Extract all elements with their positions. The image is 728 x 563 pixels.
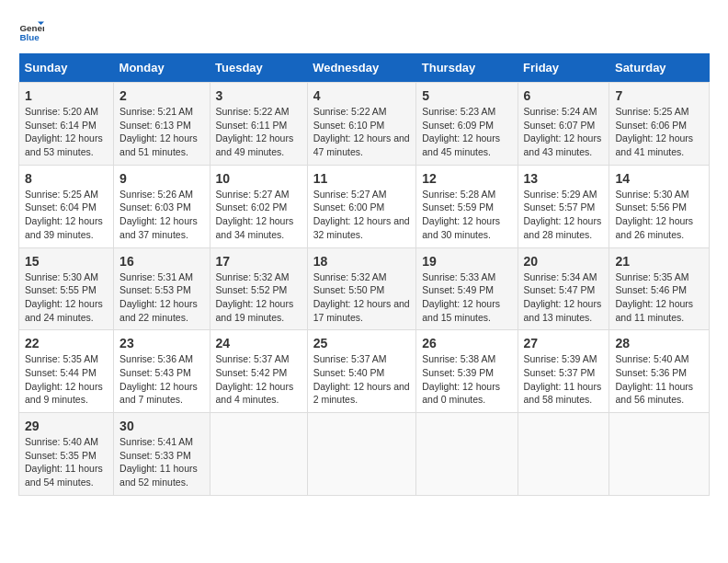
calendar-cell: 26 Sunrise: 5:38 AM Sunset: 5:39 PM Dayl…: [416, 330, 518, 413]
calendar-cell: 5 Sunrise: 5:23 AM Sunset: 6:09 PM Dayli…: [416, 83, 518, 166]
calendar-cell: [210, 413, 307, 496]
logo: General Blue: [18, 18, 48, 44]
day-info: Sunrise: 5:38 AM Sunset: 5:39 PM Dayligh…: [422, 352, 511, 407]
calendar-cell: 29 Sunrise: 5:40 AM Sunset: 5:35 PM Dayl…: [19, 413, 114, 496]
day-number: 25: [313, 336, 411, 350]
header-sunday: Sunday: [19, 53, 114, 83]
day-number: 26: [422, 336, 511, 350]
calendar-cell: 4 Sunrise: 5:22 AM Sunset: 6:10 PM Dayli…: [307, 83, 416, 166]
calendar-cell: 6 Sunrise: 5:24 AM Sunset: 6:07 PM Dayli…: [518, 83, 609, 166]
calendar-cell: 1 Sunrise: 5:20 AM Sunset: 6:14 PM Dayli…: [19, 83, 114, 166]
calendar-cell: 24 Sunrise: 5:37 AM Sunset: 5:42 PM Dayl…: [210, 330, 307, 413]
day-number: 30: [119, 419, 203, 433]
day-number: 1: [25, 88, 108, 103]
calendar-week-row: 15 Sunrise: 5:30 AM Sunset: 5:55 PM Dayl…: [19, 247, 710, 330]
day-info: Sunrise: 5:23 AM Sunset: 6:09 PM Dayligh…: [422, 105, 511, 159]
calendar-cell: 8 Sunrise: 5:25 AM Sunset: 6:04 PM Dayli…: [19, 165, 114, 247]
day-info: Sunrise: 5:39 AM Sunset: 5:37 PM Dayligh…: [524, 352, 604, 407]
day-info: Sunrise: 5:20 AM Sunset: 6:14 PM Dayligh…: [25, 105, 108, 159]
calendar-cell: [518, 413, 609, 496]
header-tuesday: Tuesday: [210, 53, 307, 83]
day-number: 19: [422, 254, 511, 269]
day-number: 17: [216, 254, 301, 269]
day-info: Sunrise: 5:32 AM Sunset: 5:52 PM Dayligh…: [216, 270, 301, 325]
day-info: Sunrise: 5:36 AM Sunset: 5:43 PM Dayligh…: [119, 352, 203, 407]
day-info: Sunrise: 5:21 AM Sunset: 6:13 PM Dayligh…: [119, 105, 203, 159]
header-wednesday: Wednesday: [307, 53, 416, 83]
day-number: 8: [25, 171, 108, 186]
calendar-cell: 7 Sunrise: 5:25 AM Sunset: 6:06 PM Dayli…: [609, 83, 710, 166]
calendar-cell: 2 Sunrise: 5:21 AM Sunset: 6:13 PM Dayli…: [114, 83, 210, 166]
calendar-table: SundayMondayTuesdayWednesdayThursdayFrid…: [18, 53, 710, 496]
day-info: Sunrise: 5:40 AM Sunset: 5:35 PM Dayligh…: [25, 435, 108, 489]
header-monday: Monday: [114, 53, 210, 83]
calendar-cell: 28 Sunrise: 5:40 AM Sunset: 5:36 PM Dayl…: [609, 330, 710, 413]
day-number: 3: [216, 88, 301, 103]
calendar-cell: 22 Sunrise: 5:35 AM Sunset: 5:44 PM Dayl…: [19, 330, 114, 413]
day-info: Sunrise: 5:27 AM Sunset: 6:02 PM Dayligh…: [216, 188, 301, 242]
day-number: 10: [216, 171, 301, 186]
day-number: 20: [524, 254, 604, 269]
day-info: Sunrise: 5:37 AM Sunset: 5:42 PM Dayligh…: [216, 352, 301, 407]
day-number: 21: [615, 254, 703, 269]
calendar-cell: 3 Sunrise: 5:22 AM Sunset: 6:11 PM Dayli…: [210, 83, 307, 166]
calendar-cell: 15 Sunrise: 5:30 AM Sunset: 5:55 PM Dayl…: [19, 247, 114, 330]
calendar-cell: 9 Sunrise: 5:26 AM Sunset: 6:03 PM Dayli…: [114, 165, 210, 247]
day-number: 28: [615, 336, 703, 350]
header-friday: Friday: [518, 53, 609, 83]
day-info: Sunrise: 5:35 AM Sunset: 5:46 PM Dayligh…: [615, 270, 703, 325]
calendar-cell: 20 Sunrise: 5:34 AM Sunset: 5:47 PM Dayl…: [518, 247, 609, 330]
day-number: 6: [524, 88, 604, 103]
day-info: Sunrise: 5:22 AM Sunset: 6:11 PM Dayligh…: [216, 105, 301, 159]
day-info: Sunrise: 5:28 AM Sunset: 5:59 PM Dayligh…: [422, 188, 511, 242]
calendar-cell: 19 Sunrise: 5:33 AM Sunset: 5:49 PM Dayl…: [416, 247, 518, 330]
day-info: Sunrise: 5:41 AM Sunset: 5:33 PM Dayligh…: [119, 435, 203, 489]
day-number: 7: [615, 88, 703, 103]
calendar-week-row: 22 Sunrise: 5:35 AM Sunset: 5:44 PM Dayl…: [19, 330, 710, 413]
calendar-cell: 23 Sunrise: 5:36 AM Sunset: 5:43 PM Dayl…: [114, 330, 210, 413]
calendar-cell: 25 Sunrise: 5:37 AM Sunset: 5:40 PM Dayl…: [307, 330, 416, 413]
calendar-header-row: SundayMondayTuesdayWednesdayThursdayFrid…: [19, 53, 710, 83]
day-number: 13: [524, 171, 604, 186]
calendar-week-row: 8 Sunrise: 5:25 AM Sunset: 6:04 PM Dayli…: [19, 165, 710, 247]
day-number: 29: [25, 419, 108, 433]
calendar-cell: 11 Sunrise: 5:27 AM Sunset: 6:00 PM Dayl…: [307, 165, 416, 247]
day-number: 4: [313, 88, 411, 103]
calendar-cell: 18 Sunrise: 5:32 AM Sunset: 5:50 PM Dayl…: [307, 247, 416, 330]
day-number: 12: [422, 171, 511, 186]
calendar-cell: 13 Sunrise: 5:29 AM Sunset: 5:57 PM Dayl…: [518, 165, 609, 247]
calendar-cell: 21 Sunrise: 5:35 AM Sunset: 5:46 PM Dayl…: [609, 247, 710, 330]
day-info: Sunrise: 5:31 AM Sunset: 5:53 PM Dayligh…: [119, 270, 203, 325]
day-number: 27: [524, 336, 604, 350]
day-info: Sunrise: 5:25 AM Sunset: 6:04 PM Dayligh…: [25, 188, 108, 242]
calendar-cell: 27 Sunrise: 5:39 AM Sunset: 5:37 PM Dayl…: [518, 330, 609, 413]
day-number: 5: [422, 88, 511, 103]
day-info: Sunrise: 5:40 AM Sunset: 5:36 PM Dayligh…: [615, 352, 703, 407]
day-info: Sunrise: 5:24 AM Sunset: 6:07 PM Dayligh…: [524, 105, 604, 159]
calendar-cell: 14 Sunrise: 5:30 AM Sunset: 5:56 PM Dayl…: [609, 165, 710, 247]
day-info: Sunrise: 5:32 AM Sunset: 5:50 PM Dayligh…: [313, 270, 411, 325]
day-number: 23: [119, 336, 203, 350]
day-info: Sunrise: 5:22 AM Sunset: 6:10 PM Dayligh…: [313, 105, 411, 159]
calendar-cell: 17 Sunrise: 5:32 AM Sunset: 5:52 PM Dayl…: [210, 247, 307, 330]
day-number: 18: [313, 254, 411, 269]
day-number: 15: [25, 254, 108, 269]
calendar-cell: 10 Sunrise: 5:27 AM Sunset: 6:02 PM Dayl…: [210, 165, 307, 247]
svg-text:Blue: Blue: [19, 32, 40, 42]
calendar-cell: 16 Sunrise: 5:31 AM Sunset: 5:53 PM Dayl…: [114, 247, 210, 330]
day-info: Sunrise: 5:37 AM Sunset: 5:40 PM Dayligh…: [313, 352, 411, 407]
day-info: Sunrise: 5:29 AM Sunset: 5:57 PM Dayligh…: [524, 188, 604, 242]
calendar-cell: 30 Sunrise: 5:41 AM Sunset: 5:33 PM Dayl…: [114, 413, 210, 496]
day-info: Sunrise: 5:30 AM Sunset: 5:55 PM Dayligh…: [25, 270, 108, 325]
day-number: 16: [119, 254, 203, 269]
day-info: Sunrise: 5:33 AM Sunset: 5:49 PM Dayligh…: [422, 270, 511, 325]
calendar-week-row: 29 Sunrise: 5:40 AM Sunset: 5:35 PM Dayl…: [19, 413, 710, 496]
day-info: Sunrise: 5:25 AM Sunset: 6:06 PM Dayligh…: [615, 105, 703, 159]
day-info: Sunrise: 5:26 AM Sunset: 6:03 PM Dayligh…: [119, 188, 203, 242]
day-info: Sunrise: 5:35 AM Sunset: 5:44 PM Dayligh…: [25, 352, 108, 407]
header: General Blue: [18, 18, 710, 44]
calendar-cell: [307, 413, 416, 496]
day-info: Sunrise: 5:34 AM Sunset: 5:47 PM Dayligh…: [524, 270, 604, 325]
day-info: Sunrise: 5:30 AM Sunset: 5:56 PM Dayligh…: [615, 188, 703, 242]
calendar-cell: [609, 413, 710, 496]
